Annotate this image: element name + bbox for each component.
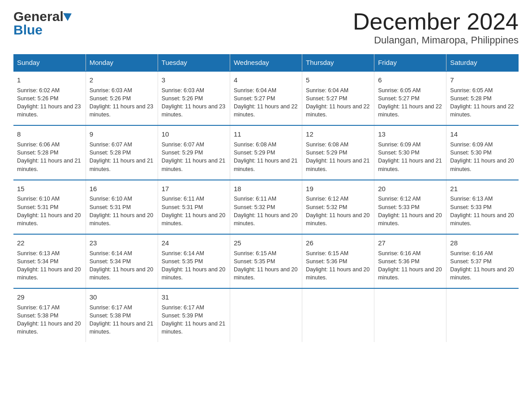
day-number: 9: [90, 129, 154, 139]
day-number: 31: [162, 292, 226, 302]
day-cell: 19 Sunrise: 6:12 AM Sunset: 5:32 PM Dayl…: [302, 180, 374, 234]
day-cell: 31 Sunrise: 6:17 AM Sunset: 5:39 PM Dayl…: [158, 288, 230, 342]
day-cell: 7 Sunrise: 6:05 AM Sunset: 5:28 PM Dayli…: [446, 71, 519, 125]
day-cell: 4 Sunrise: 6:04 AM Sunset: 5:27 PM Dayli…: [230, 71, 302, 125]
week-row-2: 8 Sunrise: 6:06 AM Sunset: 5:28 PM Dayli…: [13, 125, 519, 180]
day-cell: 9 Sunrise: 6:07 AM Sunset: 5:28 PM Dayli…: [86, 125, 158, 180]
day-info: Sunrise: 6:16 AM Sunset: 5:36 PM Dayligh…: [378, 249, 442, 282]
day-cell: 29 Sunrise: 6:17 AM Sunset: 5:38 PM Dayl…: [13, 288, 86, 342]
week-row-1: 1 Sunrise: 6:02 AM Sunset: 5:26 PM Dayli…: [13, 71, 519, 125]
calendar-title: December 2024: [353, 9, 519, 34]
day-cell: [374, 288, 446, 342]
day-number: 30: [90, 292, 154, 302]
header-tuesday: Tuesday: [158, 54, 230, 71]
day-cell: [230, 288, 302, 342]
day-number: 11: [234, 129, 298, 139]
day-number: 12: [306, 129, 370, 139]
day-info: Sunrise: 6:16 AM Sunset: 5:37 PM Dayligh…: [450, 249, 515, 282]
calendar-subtitle: Dulangan, Mimaropa, Philippines: [353, 34, 519, 46]
day-number: 13: [378, 129, 442, 139]
day-info: Sunrise: 6:15 AM Sunset: 5:36 PM Dayligh…: [306, 249, 370, 282]
day-cell: 5 Sunrise: 6:04 AM Sunset: 5:27 PM Dayli…: [302, 71, 374, 125]
day-cell: 25 Sunrise: 6:15 AM Sunset: 5:35 PM Dayl…: [230, 234, 302, 288]
header-wednesday: Wednesday: [230, 54, 302, 71]
day-info: Sunrise: 6:05 AM Sunset: 5:27 PM Dayligh…: [378, 86, 442, 119]
day-info: Sunrise: 6:08 AM Sunset: 5:29 PM Dayligh…: [234, 141, 298, 173]
logo-blue-text: Blue: [13, 22, 43, 38]
day-number: 19: [306, 184, 370, 194]
day-number: 14: [450, 129, 515, 139]
day-cell: 16 Sunrise: 6:10 AM Sunset: 5:31 PM Dayl…: [86, 180, 158, 234]
day-info: Sunrise: 6:15 AM Sunset: 5:35 PM Dayligh…: [234, 249, 298, 282]
day-info: Sunrise: 6:17 AM Sunset: 5:38 PM Dayligh…: [90, 304, 154, 336]
header-sunday: Sunday: [13, 54, 86, 71]
header-friday: Friday: [374, 54, 446, 71]
day-number: 21: [450, 184, 515, 194]
day-number: 23: [90, 238, 154, 248]
day-info: Sunrise: 6:17 AM Sunset: 5:39 PM Dayligh…: [162, 304, 226, 336]
day-number: 22: [17, 238, 82, 248]
day-number: 18: [234, 184, 298, 194]
day-cell: 24 Sunrise: 6:14 AM Sunset: 5:35 PM Dayl…: [158, 234, 230, 288]
day-info: Sunrise: 6:04 AM Sunset: 5:27 PM Dayligh…: [234, 86, 298, 119]
logo: General Blue: [13, 9, 72, 38]
day-number: 7: [450, 75, 515, 85]
day-number: 24: [162, 238, 226, 248]
day-cell: 17 Sunrise: 6:11 AM Sunset: 5:31 PM Dayl…: [158, 180, 230, 234]
day-info: Sunrise: 6:13 AM Sunset: 5:33 PM Dayligh…: [450, 195, 515, 227]
day-info: Sunrise: 6:03 AM Sunset: 5:26 PM Dayligh…: [90, 86, 154, 119]
week-row-3: 15 Sunrise: 6:10 AM Sunset: 5:31 PM Dayl…: [13, 180, 519, 234]
day-info: Sunrise: 6:07 AM Sunset: 5:29 PM Dayligh…: [162, 141, 226, 173]
day-info: Sunrise: 6:11 AM Sunset: 5:32 PM Dayligh…: [234, 195, 298, 227]
day-info: Sunrise: 6:07 AM Sunset: 5:28 PM Dayligh…: [90, 141, 154, 173]
logo-arrow-icon: [63, 9, 74, 21]
day-cell: 21 Sunrise: 6:13 AM Sunset: 5:33 PM Dayl…: [446, 180, 519, 234]
logo-general-text: General: [13, 9, 64, 24]
day-number: 15: [17, 184, 82, 194]
day-cell: 23 Sunrise: 6:14 AM Sunset: 5:34 PM Dayl…: [86, 234, 158, 288]
week-row-5: 29 Sunrise: 6:17 AM Sunset: 5:38 PM Dayl…: [13, 288, 519, 342]
day-info: Sunrise: 6:11 AM Sunset: 5:31 PM Dayligh…: [162, 195, 226, 227]
header-thursday: Thursday: [302, 54, 374, 71]
day-info: Sunrise: 6:08 AM Sunset: 5:29 PM Dayligh…: [306, 141, 370, 173]
day-number: 2: [90, 75, 154, 85]
day-cell: 13 Sunrise: 6:09 AM Sunset: 5:30 PM Dayl…: [374, 125, 446, 180]
day-cell: 28 Sunrise: 6:16 AM Sunset: 5:37 PM Dayl…: [446, 234, 519, 288]
day-info: Sunrise: 6:04 AM Sunset: 5:27 PM Dayligh…: [306, 86, 370, 119]
day-number: 16: [90, 184, 154, 194]
calendar-header-row: SundayMondayTuesdayWednesdayThursdayFrid…: [13, 54, 519, 71]
day-cell: 11 Sunrise: 6:08 AM Sunset: 5:29 PM Dayl…: [230, 125, 302, 180]
day-cell: 20 Sunrise: 6:12 AM Sunset: 5:33 PM Dayl…: [374, 180, 446, 234]
day-info: Sunrise: 6:14 AM Sunset: 5:34 PM Dayligh…: [90, 249, 154, 282]
day-cell: [302, 288, 374, 342]
calendar-table: SundayMondayTuesdayWednesdayThursdayFrid…: [13, 54, 519, 342]
day-cell: [446, 288, 519, 342]
day-info: Sunrise: 6:03 AM Sunset: 5:26 PM Dayligh…: [162, 86, 226, 119]
day-info: Sunrise: 6:02 AM Sunset: 5:26 PM Dayligh…: [17, 86, 82, 119]
day-number: 26: [306, 238, 370, 248]
day-number: 20: [378, 184, 442, 194]
week-row-4: 22 Sunrise: 6:13 AM Sunset: 5:34 PM Dayl…: [13, 234, 519, 288]
day-number: 10: [162, 129, 226, 139]
day-info: Sunrise: 6:10 AM Sunset: 5:31 PM Dayligh…: [17, 195, 82, 227]
day-cell: 30 Sunrise: 6:17 AM Sunset: 5:38 PM Dayl…: [86, 288, 158, 342]
day-info: Sunrise: 6:09 AM Sunset: 5:30 PM Dayligh…: [450, 141, 515, 173]
day-number: 29: [17, 292, 82, 302]
day-cell: 1 Sunrise: 6:02 AM Sunset: 5:26 PM Dayli…: [13, 71, 86, 125]
day-info: Sunrise: 6:12 AM Sunset: 5:33 PM Dayligh…: [378, 195, 442, 227]
day-cell: 15 Sunrise: 6:10 AM Sunset: 5:31 PM Dayl…: [13, 180, 86, 234]
day-cell: 2 Sunrise: 6:03 AM Sunset: 5:26 PM Dayli…: [86, 71, 158, 125]
day-cell: 3 Sunrise: 6:03 AM Sunset: 5:26 PM Dayli…: [158, 71, 230, 125]
day-cell: 26 Sunrise: 6:15 AM Sunset: 5:36 PM Dayl…: [302, 234, 374, 288]
day-cell: 10 Sunrise: 6:07 AM Sunset: 5:29 PM Dayl…: [158, 125, 230, 180]
day-info: Sunrise: 6:05 AM Sunset: 5:28 PM Dayligh…: [450, 86, 515, 119]
day-cell: 6 Sunrise: 6:05 AM Sunset: 5:27 PM Dayli…: [374, 71, 446, 125]
day-info: Sunrise: 6:14 AM Sunset: 5:35 PM Dayligh…: [162, 249, 226, 282]
header-monday: Monday: [86, 54, 158, 71]
day-number: 17: [162, 184, 226, 194]
day-info: Sunrise: 6:13 AM Sunset: 5:34 PM Dayligh…: [17, 249, 82, 282]
page-header: General Blue December 2024 Dulangan, Mim…: [13, 9, 519, 46]
day-cell: 22 Sunrise: 6:13 AM Sunset: 5:34 PM Dayl…: [13, 234, 86, 288]
day-info: Sunrise: 6:12 AM Sunset: 5:32 PM Dayligh…: [306, 195, 370, 227]
day-cell: 18 Sunrise: 6:11 AM Sunset: 5:32 PM Dayl…: [230, 180, 302, 234]
